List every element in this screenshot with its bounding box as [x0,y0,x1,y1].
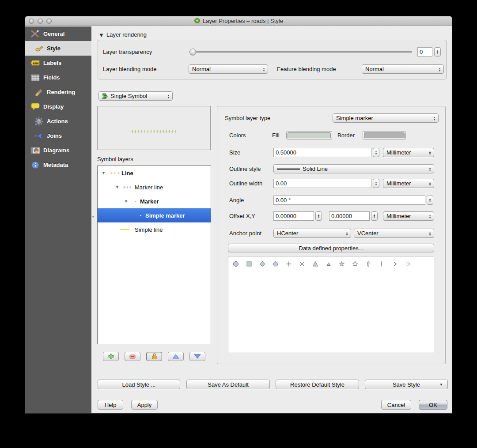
fill-label: Fill [272,132,280,139]
sidebar-item-fields[interactable]: Fields [25,70,91,85]
splitter-collapse-icon[interactable]: ◂ [92,215,94,218]
help-button[interactable]: Help [98,400,123,410]
shape-triangle-right-icon[interactable] [404,260,412,268]
shape-pentagon-icon[interactable] [272,260,280,268]
shape-square-icon[interactable] [245,260,253,268]
renderer-select[interactable]: Single Symbol ▴▾ [98,91,173,101]
sidebar-item-diagrams[interactable]: Diagrams [25,143,91,158]
add-symbol-layer-button[interactable] [103,352,119,361]
tree-row-line[interactable]: ▼ Line [98,166,211,180]
angle-stepper[interactable]: ▲▼ [427,196,433,205]
transparency-slider-handle[interactable] [189,49,196,55]
up-triangle-icon [172,354,179,359]
zoom-window-button[interactable] [46,19,52,24]
offset-unit-select[interactable]: Millimeter ▴▾ [383,211,434,221]
popup-value: Solid Line [303,166,427,172]
ok-button[interactable]: OK [419,400,447,410]
outline-style-select[interactable]: Solid Line ▴▾ [273,164,434,173]
shape-cross-icon[interactable] [298,260,306,268]
updown-arrows-icon: ▴▾ [432,116,437,120]
sidebar-item-actions[interactable]: Actions [25,114,91,128]
data-defined-properties-button[interactable]: Data defined properties... [228,244,434,252]
tree-row-simple-line[interactable]: Simple line [98,222,211,237]
popup-value: HCenter [277,230,344,237]
svg-text:abc: abc [33,61,39,65]
outline-style-label: Outline style [229,166,261,172]
popup-value: Simple marker [336,115,432,121]
expand-triangle-icon[interactable]: ▼ [115,185,119,189]
shape-vertical-line-icon[interactable] [378,260,386,268]
shape-star-thin-icon[interactable] [338,260,346,268]
symbol-layers-tree: ▼ Line ▼ Marker line ▼ [97,166,211,344]
marker-line-gray-icon [123,186,132,188]
simple-line-icon [120,229,129,230]
transparency-stepper[interactable]: ▲▼ [434,47,441,56]
sidebar-item-label: Actions [47,118,68,124]
transparency-value-field[interactable]: 0 [417,47,432,56]
minimize-window-button[interactable] [38,19,43,24]
sidebar-item-metadata[interactable]: i Metadata [25,158,91,172]
border-color-button[interactable] [363,131,406,139]
transparency-slider-track[interactable] [189,51,412,53]
close-window-button[interactable] [29,19,34,24]
updown-arrows-icon: ▴▾ [344,231,350,236]
fill-color-button[interactable] [286,131,332,139]
move-up-button[interactable] [168,352,184,361]
outline-width-stepper[interactable]: ▲▼ [373,179,379,188]
shape-triangle-icon[interactable] [311,260,319,268]
size-stepper[interactable]: ▲▼ [373,148,379,157]
sidebar-item-general[interactable]: General [25,26,91,41]
shape-star-icon[interactable] [351,260,359,268]
feature-blending-mode-select[interactable]: Normal ▴▾ [362,64,444,74]
restore-default-style-button[interactable]: Restore Default Style [276,380,359,389]
expand-triangle-icon[interactable]: ▼ [124,199,128,203]
tree-row-simple-marker[interactable]: Simple marker [98,208,211,222]
save-style-button[interactable]: Save Style ▼ [365,380,448,389]
sidebar-item-rendering[interactable]: Rendering [25,85,91,99]
title-bar[interactable]: Layer Properties – roads | Style [25,16,452,26]
load-style-button[interactable]: Load Style ... [98,380,180,389]
sidebar-item-joins[interactable]: Joins [25,128,91,143]
anchor-v-select[interactable]: VCenter ▴▾ [354,229,434,238]
remove-symbol-layer-button[interactable] [125,352,140,361]
shape-circle-icon[interactable] [232,260,240,268]
tiny-marker-dot-icon [134,200,136,203]
symbol-layers-label: Symbol layers [97,156,133,162]
sidebar-item-style[interactable]: Style [25,41,91,56]
expand-triangle-icon[interactable]: ▼ [102,171,106,175]
offset-x-field[interactable]: 0.00000 [273,211,314,221]
shape-small-triangle-icon[interactable] [325,260,333,268]
shape-plus-icon[interactable] [285,260,293,268]
tree-row-marker-line[interactable]: ▼ Marker line [98,180,211,194]
apply-button[interactable]: Apply [131,400,158,410]
offset-y-stepper[interactable]: ▲▼ [371,211,378,221]
popup-value: Millimeter [386,149,427,156]
layer-blending-mode-select[interactable]: Normal ▴▾ [189,64,268,74]
save-as-default-button[interactable]: Save As Default [186,380,270,389]
shape-diamond-icon[interactable] [258,260,266,268]
offset-x-stepper[interactable]: ▲▼ [315,211,322,221]
shape-chevron-right-icon[interactable] [391,260,399,268]
symbol-layer-type-select[interactable]: Simple marker ▴▾ [333,113,439,123]
shape-arrow-up-icon[interactable] [364,260,372,268]
outline-width-field[interactable]: 0.00 [273,179,371,188]
cancel-button[interactable]: Cancel [381,400,411,410]
updown-arrows-icon: ▴▾ [427,181,433,186]
sidebar-item-display[interactable]: Display [25,99,91,114]
move-down-button[interactable] [189,352,205,361]
speech-bubble-icon [30,102,40,111]
size-field[interactable]: 0.50000 [273,148,371,157]
outline-width-label: Outline width [229,180,262,187]
outline-width-unit-select[interactable]: Millimeter ▴▾ [383,179,434,188]
anchor-h-select[interactable]: HCenter ▴▾ [273,229,351,238]
lock-color-button[interactable] [146,352,162,361]
anchor-point-label: Anchor point [229,230,261,237]
offset-y-field[interactable]: 0.00000 [329,211,370,221]
sidebar-item-labels[interactable]: abc Labels [25,56,91,70]
disclosure-triangle-icon[interactable]: ▼ [98,32,104,38]
updown-arrows-icon: ▴▾ [261,67,267,72]
size-unit-select[interactable]: Millimeter ▴▾ [383,148,434,157]
angle-field[interactable]: 0.00 ° [273,196,425,205]
tree-row-marker[interactable]: ▼ Marker [98,194,211,208]
symbol-preview [97,106,211,150]
